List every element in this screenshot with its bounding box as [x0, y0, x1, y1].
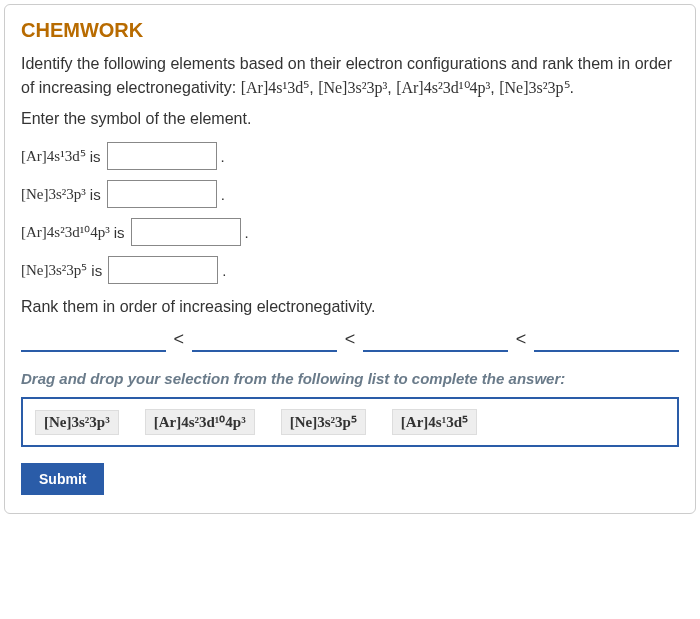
element-row-3: [Ar]4s²3d¹⁰4p³ is . [21, 218, 679, 246]
period: . [221, 186, 225, 203]
period: . [221, 148, 225, 165]
element-row-4: [Ne]3s²3p⁵ is . [21, 256, 679, 284]
less-than-1: < [174, 329, 185, 352]
less-than-2: < [345, 329, 356, 352]
drag-drop-prompt: Drag and drop your selection from the fo… [21, 370, 679, 387]
period: . [222, 262, 226, 279]
rank-slot-4[interactable] [534, 326, 679, 352]
chip-4[interactable]: [Ar]4s¹3d⁵ [392, 409, 477, 435]
chip-1[interactable]: [Ne]3s²3p³ [35, 410, 119, 435]
ec-label-1: [Ar]4s¹3d⁵ [21, 147, 86, 165]
ranking-area: < < < [21, 326, 679, 352]
rank-slot-2[interactable] [192, 326, 337, 352]
instr-ec-3: [Ar]4s²3d¹⁰4p³ [396, 79, 490, 96]
rank-slot-1[interactable] [21, 326, 166, 352]
is-word: is [114, 224, 125, 241]
ec-label-2: [Ne]3s²3p³ [21, 186, 86, 203]
instr-ec-2: [Ne]3s²3p³ [318, 79, 387, 96]
page-title: CHEMWORK [21, 19, 679, 42]
element-input-1[interactable] [107, 142, 217, 170]
rank-slot-3[interactable] [363, 326, 508, 352]
element-input-4[interactable] [108, 256, 218, 284]
is-word: is [91, 262, 102, 279]
drag-source-box: [Ne]3s²3p³ [Ar]4s²3d¹⁰4p³ [Ne]3s²3p⁵ [Ar… [21, 397, 679, 447]
rank-prompt: Rank them in order of increasing electro… [21, 298, 679, 316]
element-row-1: [Ar]4s¹3d⁵ is . [21, 142, 679, 170]
instr-ec-1: [Ar]4s¹3d⁵ [241, 79, 310, 96]
ec-label-3: [Ar]4s²3d¹⁰4p³ [21, 223, 110, 241]
chip-3[interactable]: [Ne]3s²3p⁵ [281, 409, 366, 435]
less-than-3: < [516, 329, 527, 352]
is-word: is [90, 148, 101, 165]
element-input-2[interactable] [107, 180, 217, 208]
chemwork-panel: CHEMWORK Identify the following elements… [4, 4, 696, 514]
chip-2[interactable]: [Ar]4s²3d¹⁰4p³ [145, 409, 255, 435]
is-word: is [90, 186, 101, 203]
period: . [245, 224, 249, 241]
element-input-3[interactable] [131, 218, 241, 246]
ec-label-4: [Ne]3s²3p⁵ [21, 261, 87, 279]
submit-button[interactable]: Submit [21, 463, 104, 495]
instr-ec-4: [Ne]3s²3p⁵ [499, 79, 569, 96]
instruction-text: Identify the following elements based on… [21, 52, 679, 100]
element-row-2: [Ne]3s²3p³ is . [21, 180, 679, 208]
enter-prompt: Enter the symbol of the element. [21, 110, 679, 128]
